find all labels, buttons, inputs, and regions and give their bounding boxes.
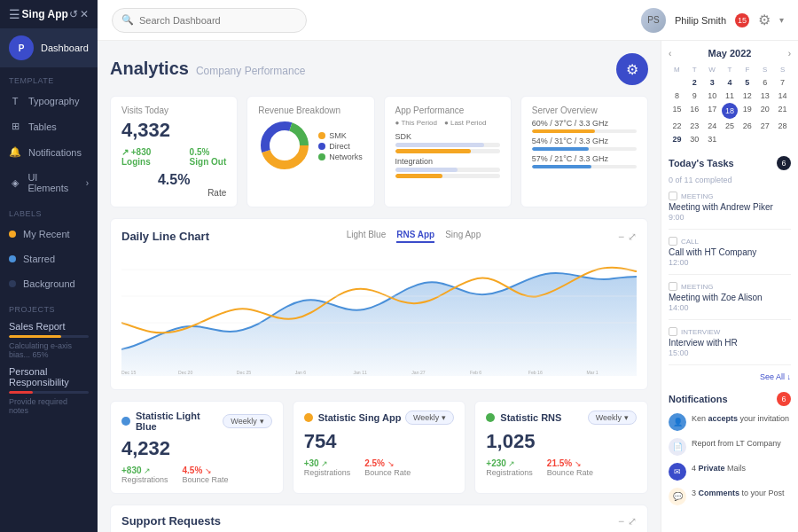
menu-icon[interactable]: ☰ (9, 7, 20, 21)
svg-text:Dec 15: Dec 15 (121, 370, 136, 375)
cal-day[interactable]: 10 (704, 90, 721, 102)
project-sales-report[interactable]: Sales Report Calculating e-axis bias... … (0, 317, 98, 363)
sidebar-item-typography[interactable]: T Typography (0, 89, 98, 113)
cal-day[interactable] (669, 76, 685, 89)
notification-count-badge[interactable]: 15 (735, 13, 749, 27)
search-box[interactable]: 🔍 (112, 8, 307, 33)
cal-day[interactable]: 17 (704, 103, 721, 119)
cal-day[interactable]: 7 (774, 76, 791, 89)
server-row-2: 54% / 31°C / 3.3 GHz (532, 137, 637, 151)
stat-period-badge[interactable]: Weekly ▾ (223, 414, 271, 428)
cal-day[interactable]: 26 (739, 120, 755, 132)
cal-day[interactable]: 6 (756, 76, 773, 89)
sidebar-item-notifications[interactable]: 🔔 Notifications (0, 139, 98, 165)
chart-tab-sing-app[interactable]: Sing App (445, 230, 481, 243)
sidebar-item-ui-elements[interactable]: ◈ UI Elements › (0, 165, 98, 200)
settings-icon[interactable]: ⚙ (758, 12, 771, 28)
notif-item-4: 💬 3 Comments to your Post (669, 488, 791, 505)
chart-minimize-icon[interactable]: − (618, 231, 624, 243)
cal-day[interactable]: 31 (704, 133, 721, 145)
sidebar-item-tables[interactable]: ⊞ Tables (0, 113, 98, 139)
close-icon[interactable]: ✕ (80, 8, 89, 20)
stat-period-badge[interactable]: Weekly ▾ (588, 411, 637, 425)
table-minimize-icon[interactable]: − (618, 515, 624, 528)
bounce-stat: 2.5% ↘ Bounce Rate (364, 458, 411, 477)
sidebar: ☰ Sing App ↺ ✕ P Dashboard TEMPLATE T Ty… (0, 0, 98, 532)
cal-day[interactable]: 2 (686, 76, 703, 89)
cal-day-today[interactable]: 18 (722, 103, 738, 119)
integration-bar: Integration (395, 157, 500, 178)
chart-tab-light-blue[interactable]: Light Blue (347, 230, 386, 243)
notif-icon-comment: 💬 (669, 488, 686, 505)
cal-day[interactable]: 16 (686, 103, 703, 119)
cal-day[interactable]: 3 (704, 76, 721, 89)
revenue-card: Revenue Breakdown SMK (246, 96, 374, 207)
task-checkbox[interactable] (669, 192, 677, 200)
sidebar-item-label: UI Elements (27, 172, 78, 193)
stat-details: +230 ↗ Registrations 21.5% ↘ Bounce Rate (486, 458, 637, 477)
sidebar-item-dashboard[interactable]: P Dashboard (0, 28, 98, 67)
cal-day[interactable]: 12 (739, 90, 755, 102)
cal-day[interactable]: 27 (756, 120, 773, 132)
tasks-header: Today's Tasks 6 (669, 156, 791, 170)
cal-day[interactable]: 4 (722, 76, 739, 89)
stat-header-3: Statistic RNS Weekly ▾ (486, 411, 637, 425)
sidebar-label-starred[interactable]: Starred (0, 246, 98, 271)
notif-text: 3 Comments to your Post (692, 488, 785, 499)
cal-day[interactable]: 14 (774, 90, 791, 102)
chart-tab-rns-app[interactable]: RNS App (396, 230, 434, 243)
task-type: Meeting (669, 192, 791, 200)
analytics-icon-button[interactable]: ⚙ (616, 53, 648, 85)
cal-day[interactable]: 5 (739, 76, 755, 89)
task-checkbox[interactable] (669, 282, 677, 291)
stat-value: 1,025 (486, 430, 637, 453)
project-personal-responsibility[interactable]: Personal Responsibility Provide required… (0, 363, 98, 419)
calendar-next[interactable]: › (788, 49, 791, 59)
cal-day[interactable]: 9 (686, 90, 703, 102)
stat-period-badge[interactable]: Weekly ▾ (405, 411, 454, 425)
task-checkbox[interactable] (669, 327, 677, 336)
task-checkbox[interactable] (669, 237, 677, 246)
cal-day[interactable]: 30 (686, 133, 703, 145)
cal-day[interactable]: 11 (722, 90, 739, 102)
cal-day[interactable]: 29 (669, 133, 685, 145)
search-input[interactable] (139, 15, 297, 26)
chart-expand-icon[interactable]: ⤢ (628, 231, 637, 243)
logins-label: Logins (121, 157, 151, 167)
cal-day[interactable]: 13 (756, 90, 773, 102)
line-chart-card: Daily Line Chart Light Blue RNS App Sing… (110, 218, 648, 390)
calendar-prev[interactable]: ‹ (669, 49, 671, 59)
project-bar-fill (9, 391, 33, 394)
chevron-down-icon[interactable]: ▾ (779, 15, 784, 25)
trend-icon: ↘ (205, 466, 212, 475)
stat-value: 754 (304, 430, 455, 453)
task-name: Call with HT Company (669, 247, 791, 257)
this-period-label: ● This Period (395, 119, 437, 127)
sidebar-label-my-recent[interactable]: My Recent (0, 222, 98, 246)
cal-day[interactable]: 15 (669, 103, 685, 119)
stat-title: Statistic Sing App (318, 412, 402, 423)
main-content: Analytics Company Performance ⚙ Visits T… (98, 41, 661, 532)
table-expand-icon[interactable]: ⤢ (628, 515, 637, 528)
cal-day[interactable]: 23 (686, 120, 703, 132)
stat-card-light-blue: Statistic Light Blue Weekly ▾ 4,232 +830… (110, 401, 284, 494)
refresh-icon[interactable]: ↺ (69, 8, 78, 20)
cal-day[interactable]: 25 (722, 120, 739, 132)
cal-day[interactable]: 21 (774, 103, 791, 119)
cal-day[interactable]: 19 (739, 103, 755, 119)
sidebar-item-label: Notifications (28, 147, 82, 158)
see-all-tasks[interactable]: See All ↓ (669, 372, 791, 381)
cal-day[interactable]: 8 (669, 90, 685, 102)
cal-day[interactable]: 28 (774, 120, 791, 132)
cal-day[interactable]: 24 (704, 120, 721, 132)
ui-icon: ◈ (9, 177, 20, 189)
cal-day[interactable]: 20 (756, 103, 773, 119)
visits-trend-row: ↗ +830 Logins 0.5% Sign Out (121, 147, 226, 167)
support-table-card: Support Requests − ⤢ Name Email Product … (110, 505, 648, 532)
stats-row: Statistic Light Blue Weekly ▾ 4,232 +830… (110, 401, 648, 494)
cal-day[interactable]: 22 (669, 120, 685, 132)
sidebar-label-background[interactable]: Background (0, 271, 98, 296)
notif-text: 4 Private Mails (692, 463, 746, 474)
stat-details: +830 ↗ Registrations 4.5% ↘ Bounce Rate (121, 466, 272, 484)
sidebar-item-label: Typography (28, 96, 79, 106)
